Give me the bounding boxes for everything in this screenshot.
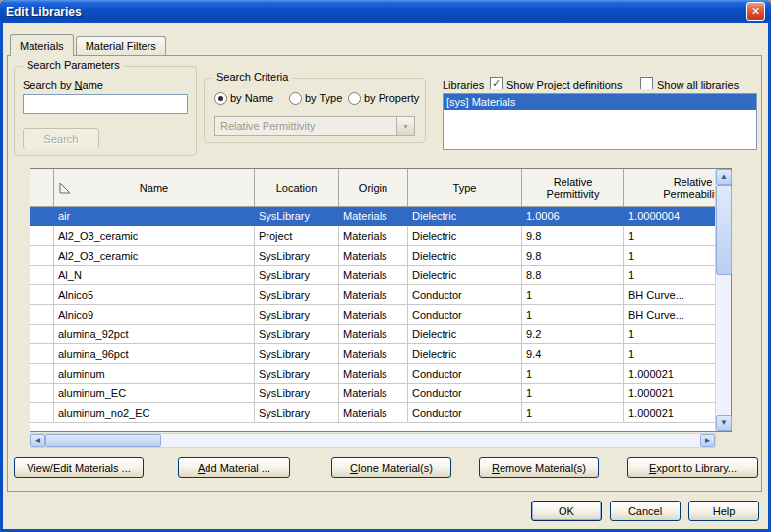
horizontal-scroll-thumb[interactable] (45, 434, 161, 447)
row-selector-cell[interactable] (30, 305, 54, 325)
property-combobox: Relative Permittivity ▼ (214, 116, 415, 136)
radio-by-name[interactable] (214, 92, 227, 105)
show-all-libraries-checkbox[interactable] (640, 77, 653, 89)
show-all-libraries-label: Show all libraries (657, 79, 739, 90)
header-relative-permittivity[interactable]: RelativePermittivity (522, 169, 624, 207)
radio-by-property[interactable] (348, 92, 361, 105)
cell-rel-permittivity: 1 (522, 403, 624, 423)
materials-grid: Name Location Origin Type RelativePermit… (30, 169, 715, 431)
cell-rel-permittivity: 9.8 (522, 246, 624, 266)
table-row[interactable]: alumina_96pct SysLibrary Materials Diele… (30, 344, 715, 364)
tab-materials[interactable]: Materials (10, 34, 74, 56)
help-button[interactable]: Help (688, 501, 759, 521)
cell-location: SysLibrary (255, 325, 339, 344)
cell-origin: Materials (339, 305, 408, 325)
cell-type: Conductor (408, 305, 522, 325)
cell-rel-permeability: 1.000021 (624, 403, 715, 423)
table-row[interactable]: Al2_O3_ceramic Project Materials Dielect… (30, 226, 715, 246)
header-name[interactable]: Name (54, 169, 255, 207)
search-criteria-group-label: Search Criteria (212, 71, 292, 83)
scroll-right-button[interactable]: ► (700, 434, 715, 447)
search-parameters-group: Search Parameters Search by Name Search (14, 66, 197, 156)
search-by-name-label: Search by Name (23, 79, 103, 90)
cell-origin: Materials (339, 403, 408, 423)
table-row[interactable]: Al_N SysLibrary Materials Dielectric 8.8… (30, 266, 715, 285)
cell-location: SysLibrary (255, 384, 339, 403)
scroll-up-button[interactable]: ▲ (716, 169, 732, 185)
view-edit-materials-button[interactable]: View/Edit Materials ... (14, 457, 144, 478)
close-button[interactable]: ✕ (746, 2, 765, 21)
cell-rel-permeability: BH Curve... (624, 305, 715, 325)
export-to-library-button[interactable]: Export to Library... (627, 457, 758, 478)
table-row[interactable]: alumina_92pct SysLibrary Materials Diele… (30, 325, 715, 344)
row-selector-cell[interactable] (30, 364, 54, 384)
vertical-scrollbar[interactable]: ▲ ▼ (715, 169, 731, 431)
row-selector-cell[interactable] (30, 285, 54, 305)
row-selector-cell[interactable] (30, 344, 54, 364)
table-row[interactable]: Alnico5 SysLibrary Materials Conductor 1… (30, 285, 715, 305)
table-row[interactable]: aluminum SysLibrary Materials Conductor … (30, 364, 715, 384)
dialog-body: Materials Material Filters Search Parame… (3, 23, 768, 529)
radio-by-property-label: by Property (364, 92, 419, 104)
vertical-scroll-thumb[interactable] (716, 185, 732, 275)
tab-strip: Materials Material Filters (10, 34, 166, 56)
clone-material-button[interactable]: Clone Material(s) (331, 457, 451, 478)
table-row[interactable]: aluminum_no2_EC SysLibrary Materials Con… (30, 403, 715, 423)
row-selector-cell[interactable] (30, 226, 54, 246)
libraries-listbox[interactable]: [sys] Materials (443, 93, 757, 150)
row-selector-cell[interactable] (30, 325, 54, 344)
row-selector-cell[interactable] (30, 246, 54, 266)
row-selector-cell[interactable] (30, 207, 54, 226)
cell-name: Alnico5 (54, 285, 255, 305)
row-selector-cell[interactable] (30, 384, 54, 403)
search-name-input[interactable] (23, 94, 188, 114)
table-row[interactable]: Al2_O3_ceramic SysLibrary Materials Diel… (30, 246, 715, 266)
sort-ascending-icon (59, 182, 71, 196)
table-row[interactable]: aluminum_EC SysLibrary Materials Conduct… (30, 384, 715, 403)
cell-type: Conductor (408, 384, 522, 403)
cancel-button[interactable]: Cancel (610, 501, 681, 521)
header-origin[interactable]: Origin (339, 169, 408, 207)
property-combobox-value: Relative Permittivity (215, 120, 396, 132)
cell-rel-permeability: 1 (624, 325, 715, 344)
horizontal-scrollbar[interactable]: ◄ ► (30, 433, 716, 448)
cell-origin: Materials (339, 285, 408, 305)
cell-rel-permittivity: 8.8 (522, 266, 624, 285)
cell-rel-permeability: 1.000021 (624, 364, 715, 384)
header-type[interactable]: Type (408, 169, 522, 207)
table-row[interactable]: Alnico9 SysLibrary Materials Conductor 1… (30, 305, 715, 325)
cell-name: Al_N (54, 266, 255, 285)
cell-location: SysLibrary (255, 305, 339, 325)
row-selector-cell[interactable] (30, 266, 54, 285)
remove-material-button[interactable]: Remove Material(s) (479, 457, 599, 478)
scroll-down-button[interactable]: ▼ (716, 415, 732, 431)
cell-type: Conductor (408, 364, 522, 384)
row-selector-cell[interactable] (30, 403, 54, 423)
cell-origin: Materials (339, 246, 408, 266)
cell-name: Alnico9 (54, 305, 255, 325)
header-relative-permeability[interactable]: RelativePermeability (624, 169, 715, 207)
table-row[interactable]: air SysLibrary Materials Dielectric 1.00… (30, 207, 715, 226)
cell-rel-permeability: BH Curve... (624, 285, 715, 305)
show-project-definitions-checkbox[interactable]: ✓ (490, 77, 503, 89)
dialog-buttons-row: OK Cancel Help (3, 501, 768, 521)
edit-libraries-dialog: Edit Libraries ✕ Materials Material Filt… (0, 0, 771, 532)
cell-name: Al2_O3_ceramic (54, 226, 255, 246)
cell-rel-permeability: 1.0000004 (624, 207, 715, 226)
tab-material-filters[interactable]: Material Filters (76, 36, 166, 55)
add-material-button[interactable]: Add Material ... (178, 457, 290, 478)
header-location[interactable]: Location (255, 169, 339, 207)
close-icon: ✕ (751, 5, 760, 18)
cell-name: alumina_92pct (54, 325, 255, 344)
radio-by-type[interactable] (289, 92, 302, 105)
cell-location: SysLibrary (255, 246, 339, 266)
titlebar[interactable]: Edit Libraries ✕ (0, 0, 771, 23)
show-project-definitions-label: Show Project definitions (506, 79, 622, 90)
library-list-item[interactable]: [sys] Materials (444, 94, 756, 110)
cell-location: SysLibrary (255, 344, 339, 364)
scroll-left-button[interactable]: ◄ (30, 434, 45, 447)
cell-location: Project (255, 226, 339, 246)
ok-button[interactable]: OK (531, 501, 602, 521)
cell-rel-permittivity: 1 (522, 364, 624, 384)
cell-rel-permittivity: 9.8 (522, 226, 624, 246)
